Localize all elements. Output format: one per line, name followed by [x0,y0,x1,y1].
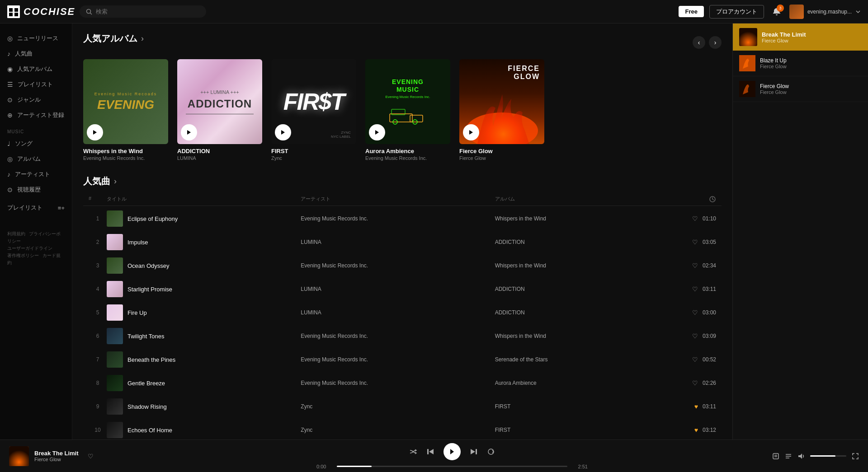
album-title-addiction: ADDICTION [177,148,262,154]
sidebar-item-songs[interactable]: ♩ ソング [0,136,72,151]
song-album: Whispers in the Wind [495,333,689,339]
svg-line-20 [712,199,714,200]
now-playing-header[interactable]: Break The Limit Fierce Glow [733,23,868,51]
sidebar-item-genres[interactable]: ⊙ ジャンル [0,92,72,107]
carousel-prev-button[interactable]: ‹ [693,36,705,49]
progress-bar[interactable] [337,466,567,467]
volume-button[interactable] [797,453,805,460]
like-button[interactable]: ♡ [692,238,698,246]
like-button[interactable]: ♡ [692,215,698,222]
next-button[interactable] [470,448,478,456]
songs-more-arrow[interactable]: › [114,177,117,186]
previous-button[interactable] [426,448,434,456]
sidebar-item-label: ジャンル [17,96,41,104]
song-number: 3 [89,262,107,269]
search-input[interactable] [96,8,195,15]
fullscreen-button[interactable] [852,453,859,460]
svg-line-6 [90,13,92,14]
song-number: 1 [89,215,107,222]
content-area: 人気アルバム › ‹ › Evening Music Recoads EVENI… [72,23,732,439]
like-button[interactable]: ♡ [692,379,698,387]
album-play-first[interactable] [275,124,291,140]
like-button[interactable]: ♡ [692,262,698,269]
player-thumb [9,446,29,466]
table-row[interactable]: 9 Shadow Rising Zync FIRST ♥ 03:11 [83,395,722,418]
album-thumb-addiction: +++ LUMINA +++ ADDICTION [177,59,262,144]
song-artist: Evening Music Records Inc. [301,380,495,386]
albums-more-arrow[interactable]: › [141,34,144,43]
album-card-whispers[interactable]: Evening Music Recoads EVENING Whispers i… [83,59,168,161]
album-play-addiction[interactable] [181,124,197,140]
new-release-icon: ◎ [7,35,13,42]
queue-item-2[interactable]: Fierce Glow Fierce Glow [733,76,868,102]
notification-button[interactable]: 3 [769,5,784,19]
album-title-whispers: Whispers in the Wind [83,148,168,154]
svg-rect-11 [410,115,423,122]
album-artist-addiction: LUMINA [177,155,262,161]
sidebar-item-label: 人気アルバム [17,65,52,73]
add-playlist-icon[interactable]: ≡+ [58,205,65,211]
like-button[interactable]: ♥ [694,403,698,410]
like-button[interactable]: ♡ [692,285,698,293]
like-button[interactable]: ♡ [692,309,698,316]
album-card-fierce-glow[interactable]: FIERCE GLOW [459,59,544,161]
play-pause-button[interactable] [443,443,461,460]
queue-info-1: Blaze It Up Fierce Glow [760,57,862,69]
table-row[interactable]: 2 Impulse LUMINA ADDICTION ♡ 03:05 [83,230,722,254]
table-row[interactable]: 3 Ocean Odyssey Evening Music Records In… [83,254,722,277]
song-title: Shadow Rising [127,403,167,410]
table-row[interactable]: 8 Gentle Breeze Evening Music Records In… [83,371,722,395]
carousel-next-button[interactable]: › [709,36,722,49]
search-bar[interactable] [80,5,206,18]
sidebar-item-playlists[interactable]: ☰ プレイリスト [0,77,72,92]
song-info: Shadow Rising [107,398,301,415]
terms-link[interactable]: 利用規約 [7,231,25,236]
sidebar-item-history[interactable]: ⊙ 視聴履歴 [0,182,72,197]
table-row[interactable]: 10 Echoes Of Home Zync FIRST ♥ 03:12 [83,418,722,439]
sidebar-item-register-artist[interactable]: ⊕ アーティスト登録 [0,107,72,123]
album-play-aurora[interactable] [369,124,385,140]
album-card-first[interactable]: FIR$T ZYNCNYC LABEL FIRST Zync [271,59,356,161]
like-button[interactable]: ♡ [692,332,698,340]
album-card-addiction[interactable]: +++ LUMINA +++ ADDICTION ADDICTION LUMIN… [177,59,262,161]
playlist-label: プレイリスト [7,204,42,212]
user-guide-link[interactable]: ユーザーガイドライン [7,246,52,251]
like-button[interactable]: ♡ [692,356,698,363]
album-card-aurora[interactable]: EVENINGMUSIC Evening Music Records Inc. [365,59,450,161]
song-thumbnail [107,422,123,438]
sidebar-item-new-release[interactable]: ◎ ニューリリース [0,31,72,46]
copyright-link[interactable]: 著作権ポリシー [7,253,39,258]
free-button[interactable]: Free [679,6,703,17]
chevron-down-icon [855,9,861,14]
sidebar-item-artists[interactable]: ♪ アーティスト [0,167,72,182]
song-duration: 02:34 [703,262,716,269]
album-play-whispers[interactable] [87,124,103,140]
song-duration: 03:12 [703,427,716,433]
now-playing-title: Break The Limit [762,31,862,38]
table-row[interactable]: 5 Fire Up LUMINA ADDICTION ♡ 03:00 [83,301,722,324]
repeat-button[interactable] [487,448,495,456]
player-like-button[interactable]: ♡ [88,453,94,460]
album-thumb-first: FIR$T ZYNCNYC LABEL [271,59,356,144]
music-section-label: MUSIC [0,123,72,136]
table-row[interactable]: 6 Twilight Tones Evening Music Records I… [83,324,722,348]
player-bar: Break The Limit Fierce Glow ♡ [0,439,868,472]
volume-bar[interactable] [810,455,846,457]
table-row[interactable]: 1 Eclipse of Euphony Evening Music Recor… [83,207,722,230]
table-row[interactable]: 7 Beneath the Pines Evening Music Record… [83,348,722,371]
sidebar-item-popular-albums[interactable]: ◉ 人気アルバム [0,61,72,77]
lyrics-button[interactable] [772,453,779,460]
song-artist: Evening Music Records Inc. [301,262,495,269]
like-button[interactable]: ♥ [694,426,698,434]
queue-button[interactable] [785,453,792,460]
queue-item-1[interactable]: Blaze It Up Fierce Glow [733,51,868,76]
album-play-fierce-glow[interactable] [463,124,479,140]
sidebar-item-popular-songs[interactable]: ♪ 人気曲 [0,46,72,61]
sidebar-item-albums[interactable]: ◎ アルバム [0,151,72,167]
pro-account-button[interactable]: プロアカウント [709,5,764,19]
shuffle-button[interactable] [409,448,417,456]
user-area[interactable]: evening.mashup... [789,5,861,19]
table-row[interactable]: 4 Starlight Promise LUMINA ADDICTION ♡ 0… [83,277,722,301]
username-label: evening.mashup... [807,9,852,15]
col-title: タイトル [107,196,301,203]
